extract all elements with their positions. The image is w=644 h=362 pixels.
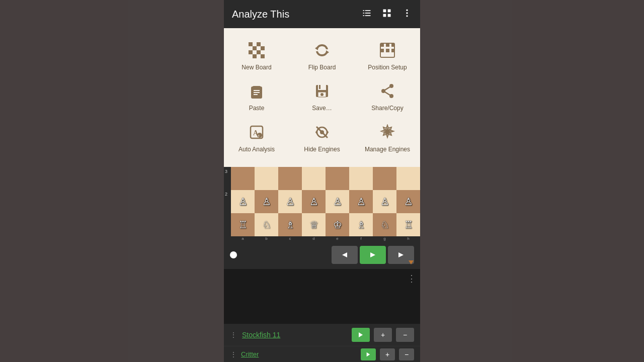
- svg-rect-15: [253, 46, 257, 50]
- board-grid[interactable]: ♙ ♙ ♙ ♙ ♙ ♙ ♙ ♙ ♖ ♘ ♗ ♕ ♔ ♗ ♘ ♖: [231, 167, 420, 236]
- board-cell[interactable]: ♖: [231, 213, 255, 236]
- hide-engines-icon: [314, 124, 330, 143]
- svg-rect-24: [380, 43, 384, 47]
- phone-container: Analyze This: [224, 0, 420, 362]
- white-queen: ♕: [309, 220, 318, 230]
- grid-icon[interactable]: [382, 8, 392, 21]
- menu-item-manage-engines[interactable]: Manage Engines: [355, 118, 420, 159]
- board-cell[interactable]: [255, 167, 278, 190]
- engine-analysis-area: ⋮: [224, 269, 420, 324]
- white-bishop: ♗: [286, 220, 295, 230]
- board-cell[interactable]: ♕: [302, 213, 326, 236]
- chess-board-icon: [249, 42, 265, 61]
- board-cell[interactable]: [349, 167, 373, 190]
- menu-item-flip-board[interactable]: Flip Board: [289, 36, 355, 77]
- hide-engines-label: Hide Engines: [304, 146, 340, 153]
- svg-rect-38: [319, 85, 320, 89]
- engine-2-dots[interactable]: ⋮: [230, 350, 237, 358]
- white-pawn: ♙: [309, 197, 318, 207]
- board-cell[interactable]: [278, 167, 302, 190]
- menu-item-save[interactable]: Save…: [289, 77, 355, 118]
- app-header: Analyze This: [224, 0, 420, 28]
- white-knight: ♘: [380, 220, 389, 230]
- engine-2-play-button[interactable]: [361, 348, 376, 360]
- engine-1-name[interactable]: Stockfish 11: [242, 331, 348, 339]
- svg-rect-14: [257, 42, 261, 46]
- svg-rect-27: [380, 49, 384, 52]
- svg-marker-58: [359, 332, 363, 337]
- svg-rect-19: [253, 54, 257, 58]
- board-cell[interactable]: ♗: [278, 213, 302, 236]
- control-buttons: [332, 246, 414, 264]
- board-cell[interactable]: ♘: [373, 213, 396, 236]
- manage-engines-label: Manage Engines: [365, 146, 410, 153]
- board-cell[interactable]: ♙: [373, 190, 396, 213]
- board-cell[interactable]: ♙: [326, 190, 349, 213]
- play-button[interactable]: [360, 246, 386, 264]
- board-cell[interactable]: ♙: [396, 190, 420, 213]
- svg-rect-3: [365, 13, 371, 14]
- board-cell[interactable]: ♗: [349, 213, 373, 236]
- board-cell[interactable]: ♘: [255, 213, 278, 236]
- engine-2-minus-button[interactable]: −: [399, 348, 414, 360]
- board-cell[interactable]: ♔: [326, 213, 349, 236]
- chevron-down-icon[interactable]: [406, 257, 416, 269]
- more-icon[interactable]: [402, 8, 412, 21]
- svg-rect-17: [249, 50, 253, 54]
- svg-rect-16: [261, 46, 265, 50]
- white-knight: ♘: [262, 220, 271, 230]
- engine-2-plus-button[interactable]: +: [380, 348, 395, 360]
- board-cell[interactable]: ♙: [278, 190, 302, 213]
- menu-item-position-setup[interactable]: Position Setup: [355, 36, 420, 77]
- paste-icon: [249, 83, 265, 102]
- svg-rect-1: [365, 10, 371, 11]
- svg-marker-21: [315, 46, 318, 50]
- svg-marker-54: [342, 252, 347, 257]
- svg-rect-8: [383, 14, 386, 17]
- engine-1-plus-button[interactable]: +: [374, 328, 392, 342]
- playback-controls: [224, 241, 420, 269]
- white-pawn: ♙: [333, 197, 342, 207]
- svg-point-11: [406, 12, 408, 14]
- svg-marker-57: [409, 260, 414, 264]
- board-cell[interactable]: ♖: [396, 213, 420, 236]
- board-cell[interactable]: ♙: [255, 190, 278, 213]
- board-cell[interactable]: [373, 167, 396, 190]
- svg-rect-29: [391, 49, 394, 52]
- svg-rect-34: [254, 92, 260, 93]
- flip-board-label: Flip Board: [308, 64, 336, 71]
- share-icon: [379, 83, 395, 102]
- engine-1-play-button[interactable]: [352, 328, 370, 342]
- save-label: Save…: [312, 105, 332, 112]
- engine-2-name[interactable]: Critter: [241, 350, 357, 358]
- new-board-label: New Board: [242, 64, 271, 71]
- menu-item-share-copy[interactable]: Share/Copy: [355, 77, 420, 118]
- rank-1-coord: [224, 213, 231, 236]
- background-left: [0, 0, 224, 362]
- list-icon[interactable]: [362, 8, 372, 21]
- engine-1-dots[interactable]: ⋮: [230, 331, 237, 339]
- svg-rect-6: [383, 9, 386, 12]
- board-cell[interactable]: ♙: [231, 190, 255, 213]
- menu-item-paste[interactable]: Paste: [224, 77, 289, 118]
- svg-rect-33: [254, 90, 260, 91]
- board-cell[interactable]: [396, 167, 420, 190]
- board-cell[interactable]: ♙: [302, 190, 326, 213]
- board-cell[interactable]: [302, 167, 326, 190]
- menu-item-auto-analysis[interactable]: A ! Auto Analysis: [224, 118, 289, 159]
- engine-bar-1: ⋮ Stockfish 11 + −: [224, 324, 420, 346]
- prev-button[interactable]: [332, 246, 358, 264]
- engine-more-icon[interactable]: ⋮: [407, 273, 416, 284]
- board-cell[interactable]: ♙: [349, 190, 373, 213]
- svg-marker-56: [398, 252, 404, 257]
- position-setup-label: Position Setup: [368, 64, 407, 71]
- board-cell[interactable]: [326, 167, 349, 190]
- svg-rect-2: [363, 13, 365, 14]
- board-cell[interactable]: [231, 167, 255, 190]
- svg-rect-0: [363, 10, 365, 11]
- engine-1-minus-button[interactable]: −: [396, 328, 414, 342]
- svg-point-12: [406, 15, 408, 17]
- menu-item-hide-engines[interactable]: Hide Engines: [289, 118, 355, 159]
- menu-item-new-board[interactable]: New Board: [224, 36, 289, 77]
- header-icons: [362, 8, 412, 21]
